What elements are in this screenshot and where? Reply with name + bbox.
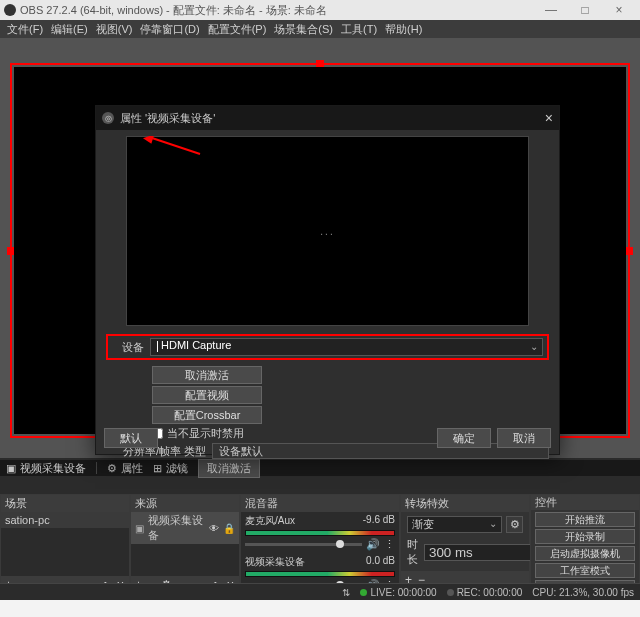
dialog-titlebar[interactable]: ◎ 属性 '视频采集设备' × xyxy=(96,106,559,130)
lock-icon[interactable]: 🔒 xyxy=(223,523,235,534)
volume-slider[interactable] xyxy=(245,543,362,546)
menu-file[interactable]: 文件(F) xyxy=(4,22,46,37)
scenes-panel-header[interactable]: 场景 xyxy=(1,495,129,512)
window-border-bottom xyxy=(0,600,640,617)
mixer-panel: 混音器 麦克风/Aux-9.6 dB 🔊 ⋮ 视频采集设备0.0 dB 🔊 ⋮ xyxy=(240,494,400,594)
start-virtualcam-button[interactable]: 启动虚拟摄像机 xyxy=(535,546,635,561)
window-title: OBS 27.2.4 (64-bit, windows) - 配置文件: 未命名… xyxy=(20,3,534,18)
filters-icon: ⊞ xyxy=(153,462,162,475)
menubar: 文件(F) 编辑(E) 视图(V) 停靠窗口(D) 配置文件(P) 场景集合(S… xyxy=(0,20,640,38)
minimize-button[interactable]: — xyxy=(534,3,568,17)
loading-indicator: ... xyxy=(320,226,334,237)
configure-crossbar-button[interactable]: 配置Crossbar xyxy=(152,406,262,424)
svg-marker-1 xyxy=(143,136,157,146)
duration-label: 时长 xyxy=(407,537,418,567)
dialog-preview: ... xyxy=(126,136,529,326)
transitions-panel-header[interactable]: 转场特效 xyxy=(401,495,529,512)
rec-led-icon xyxy=(447,589,454,596)
menu-view[interactable]: 视图(V) xyxy=(93,22,136,37)
sources-panel: 来源 ▣ 视频采集设备 👁 🔒 + − ⚙ ∧ ∨ xyxy=(130,494,240,594)
device-select-value: HDMI Capture xyxy=(161,339,231,351)
context-filters[interactable]: 滤镜 xyxy=(166,461,188,476)
camera-icon: ▣ xyxy=(6,462,16,475)
mixer-channel: 麦克风/Aux-9.6 dB 🔊 ⋮ xyxy=(241,512,399,553)
cancel-button[interactable]: 取消 xyxy=(497,428,551,448)
mixer-panel-header[interactable]: 混音器 xyxy=(241,495,399,512)
cpu-stats: CPU: 21.3%, 30.00 fps xyxy=(532,587,634,598)
eye-icon[interactable]: 👁 xyxy=(209,523,219,534)
mixer-channel-db: -9.6 dB xyxy=(363,514,395,528)
level-meter xyxy=(245,530,395,536)
menu-profile[interactable]: 配置文件(P) xyxy=(205,22,270,37)
deactivate-button[interactable]: 取消激活 xyxy=(152,366,262,384)
obs-logo-icon xyxy=(4,4,16,16)
properties-dialog: ◎ 属性 '视频采集设备' × ... 设备 HDMI Capture ⌄ 取消… xyxy=(95,105,560,455)
level-meter xyxy=(245,571,395,577)
camera-icon: ▣ xyxy=(135,523,144,534)
mixer-channel-db: 0.0 dB xyxy=(366,555,395,569)
channel-menu-button[interactable]: ⋮ xyxy=(384,538,395,551)
menu-help[interactable]: 帮助(H) xyxy=(382,22,425,37)
sources-panel-header[interactable]: 来源 xyxy=(131,495,239,512)
annotation-arrow xyxy=(142,136,202,156)
status-bar: ⇅ LIVE: 00:00:00 REC: 00:00:00 CPU: 21.3… xyxy=(0,583,640,600)
dialog-title: 属性 '视频采集设备' xyxy=(120,111,545,126)
configure-video-button[interactable]: 配置视频 xyxy=(152,386,262,404)
gear-icon: ⚙ xyxy=(107,462,117,475)
transitions-panel: 转场特效 渐变⌄ ⚙ 时长 ▴▾ + − xyxy=(400,494,530,594)
titlebar: OBS 27.2.4 (64-bit, windows) - 配置文件: 未命名… xyxy=(0,0,640,20)
device-row-highlight: 设备 HDMI Capture ⌄ xyxy=(106,334,549,360)
close-button[interactable]: × xyxy=(602,3,636,17)
mixer-channel-name: 视频采集设备 xyxy=(245,555,305,569)
speaker-icon[interactable]: 🔊 xyxy=(366,538,380,551)
chevron-down-icon: ⌄ xyxy=(530,341,538,352)
studio-mode-button[interactable]: 工作室模式 xyxy=(535,563,635,578)
controls-panel-header[interactable]: 控件 xyxy=(531,495,639,510)
ok-button[interactable]: 确定 xyxy=(437,428,491,448)
scenes-panel: 场景 sation-pc + − ∧ ∨ xyxy=(0,494,130,594)
transition-settings-button[interactable]: ⚙ xyxy=(506,516,523,533)
deactivate-when-hidden-label: 当不显示时禁用 xyxy=(167,426,244,441)
chevron-down-icon: ⌄ xyxy=(489,518,497,529)
context-properties[interactable]: 属性 xyxy=(121,461,143,476)
device-select[interactable]: HDMI Capture ⌄ xyxy=(150,338,543,356)
start-recording-button[interactable]: 开始录制 xyxy=(535,529,635,544)
context-source-name: 视频采集设备 xyxy=(20,461,86,476)
start-streaming-button[interactable]: 开始推流 xyxy=(535,512,635,527)
device-label: 设备 xyxy=(112,340,144,355)
source-item-label: 视频采集设备 xyxy=(148,513,205,543)
context-deactivate[interactable]: 取消激活 xyxy=(198,459,260,478)
defaults-button[interactable]: 默认 xyxy=(104,428,158,448)
svg-line-0 xyxy=(152,138,200,154)
mixer-channel-name: 麦克风/Aux xyxy=(245,514,295,528)
maximize-button[interactable]: □ xyxy=(568,3,602,17)
controls-panel: 控件 开始推流 开始录制 启动虚拟摄像机 工作室模式 设置 退出 xyxy=(530,494,640,594)
menu-scenecollection[interactable]: 场景集合(S) xyxy=(271,22,336,37)
dialog-icon: ◎ xyxy=(102,112,114,124)
network-icon: ⇅ xyxy=(342,587,350,598)
menu-tools[interactable]: 工具(T) xyxy=(338,22,380,37)
dock-panels: 场景 sation-pc + − ∧ ∨ 来源 ▣ 视频采集设备 👁 🔒 + −… xyxy=(0,494,640,594)
live-led-icon xyxy=(360,589,367,596)
menu-dock[interactable]: 停靠窗口(D) xyxy=(137,22,202,37)
live-time: 00:00:00 xyxy=(398,587,437,598)
rec-time: 00:00:00 xyxy=(483,587,522,598)
menu-edit[interactable]: 编辑(E) xyxy=(48,22,91,37)
transition-select[interactable]: 渐变⌄ xyxy=(407,516,502,533)
source-context-bar: ▣ 视频采集设备 ⚙ 属性 ⊞ 滤镜 取消激活 xyxy=(0,460,640,476)
scene-item[interactable]: sation-pc xyxy=(1,512,129,528)
source-item[interactable]: ▣ 视频采集设备 👁 🔒 xyxy=(131,512,239,544)
dialog-close-button[interactable]: × xyxy=(545,110,553,126)
